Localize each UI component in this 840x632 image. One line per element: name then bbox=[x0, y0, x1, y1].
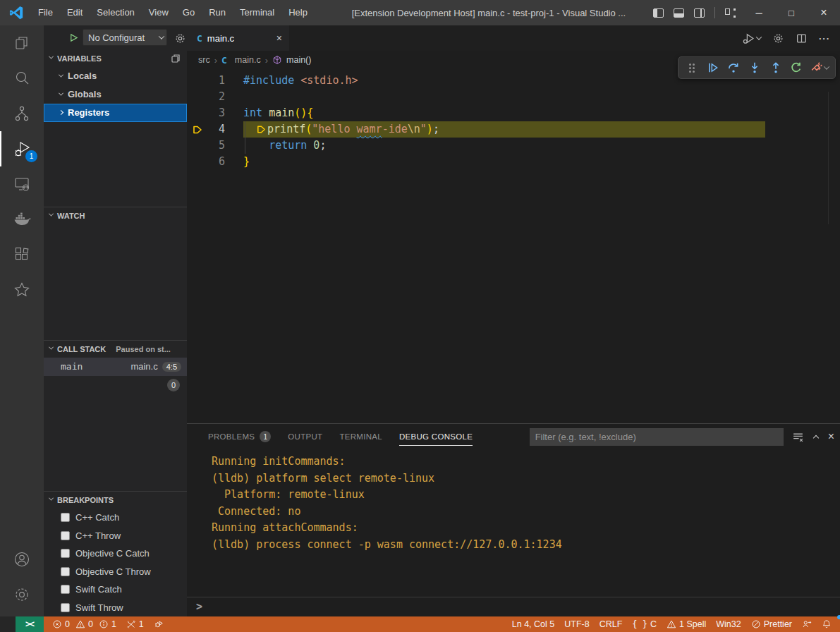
close-button[interactable]: × bbox=[808, 0, 840, 25]
run-or-debug-button[interactable] bbox=[743, 32, 761, 44]
checkbox[interactable] bbox=[61, 531, 70, 540]
spell-status[interactable]: 1 Spell bbox=[662, 616, 711, 632]
breadcrumb-folder[interactable]: src bbox=[198, 55, 210, 65]
stack-frame-row[interactable]: main main.c 4:5 bbox=[44, 358, 187, 376]
step-out-button[interactable] bbox=[767, 59, 785, 77]
disconnect-button[interactable] bbox=[808, 59, 831, 77]
toolbar-drag-handle[interactable] bbox=[683, 59, 701, 77]
tab-problems[interactable]: PROBLEMS 1 bbox=[208, 424, 271, 449]
cursor-position[interactable]: Ln 4, Col 5 bbox=[507, 616, 559, 632]
console-filter-input[interactable] bbox=[530, 428, 784, 446]
checkbox[interactable] bbox=[61, 567, 70, 576]
breadcrumb-symbol[interactable]: main() bbox=[286, 55, 311, 65]
account-button[interactable] bbox=[0, 542, 44, 577]
tab-output[interactable]: OUTPUT bbox=[288, 424, 322, 449]
menu-edit[interactable]: Edit bbox=[60, 0, 90, 25]
restart-button[interactable] bbox=[788, 59, 806, 77]
debug-console-input[interactable]: > bbox=[187, 597, 840, 615]
tools-status[interactable]: 1 bbox=[121, 616, 149, 632]
breakpoint-swift-catch[interactable]: Swift Catch bbox=[44, 581, 187, 599]
close-panel-icon[interactable]: × bbox=[828, 430, 834, 443]
sidebar-item-source-control[interactable] bbox=[0, 96, 44, 131]
continue-button[interactable] bbox=[704, 59, 722, 77]
debug-config-label: No Configurat bbox=[88, 32, 159, 43]
sidebar-item-search[interactable] bbox=[0, 61, 44, 96]
copy-icon[interactable] bbox=[170, 53, 181, 64]
settings-button[interactable] bbox=[0, 577, 44, 612]
step-over-button[interactable] bbox=[724, 59, 743, 77]
language-mode[interactable]: { } C bbox=[627, 616, 662, 632]
maximize-button[interactable]: □ bbox=[775, 0, 808, 25]
c-file-icon: C bbox=[197, 33, 202, 44]
start-debug-icon[interactable] bbox=[69, 33, 78, 42]
sidebar-item-extensions[interactable] bbox=[0, 237, 44, 272]
customize-layout-icon[interactable] bbox=[725, 8, 736, 18]
variables-item-registers[interactable]: Registers bbox=[44, 104, 187, 122]
tab-terminal[interactable]: TERMINAL bbox=[339, 424, 382, 449]
console-line: Connected: no bbox=[212, 504, 840, 521]
frame-file: main.c bbox=[130, 361, 157, 372]
gear-icon[interactable] bbox=[772, 32, 784, 44]
toggle-sidebar-icon[interactable] bbox=[653, 8, 664, 18]
clear-console-icon[interactable] bbox=[792, 431, 804, 443]
close-icon[interactable]: × bbox=[276, 32, 282, 44]
configure-gear-icon[interactable] bbox=[174, 32, 186, 44]
toggle-panel-icon[interactable] bbox=[674, 8, 684, 18]
sidebar-item-favorites[interactable] bbox=[0, 272, 44, 308]
variables-title: VARIABLES bbox=[57, 54, 102, 63]
watch-header[interactable]: WATCH bbox=[44, 207, 187, 224]
editor-scrollbar[interactable] bbox=[828, 92, 829, 224]
debug-config-dropdown[interactable]: No Configurat bbox=[83, 29, 167, 46]
toggle-secondary-sidebar-icon[interactable] bbox=[694, 8, 705, 18]
feedback-button[interactable] bbox=[797, 616, 817, 632]
breakpoint-swift-throw[interactable]: Swift Throw bbox=[44, 598, 187, 616]
tab-debug-console[interactable]: DEBUG CONSOLE bbox=[399, 424, 473, 449]
platform-status[interactable]: Win32 bbox=[711, 616, 745, 632]
checkbox[interactable] bbox=[61, 603, 70, 612]
checkbox[interactable] bbox=[61, 549, 70, 558]
checkbox[interactable] bbox=[61, 513, 70, 522]
variables-header[interactable]: VARIABLES bbox=[44, 50, 187, 67]
maximize-panel-icon[interactable] bbox=[812, 435, 818, 440]
breakpoint-objc-throw[interactable]: Objective C Throw bbox=[44, 562, 187, 581]
step-into-button[interactable] bbox=[745, 59, 764, 77]
formatter-status[interactable]: Prettier bbox=[746, 616, 797, 632]
menu-go[interactable]: Go bbox=[176, 0, 202, 25]
encoding-status[interactable]: UTF-8 bbox=[559, 616, 594, 632]
sidebar-item-remote-explorer[interactable] bbox=[0, 166, 44, 202]
breakpoint-objc-catch[interactable]: Objective C Catch bbox=[44, 545, 187, 563]
breadcrumb-file[interactable]: main.c bbox=[235, 55, 261, 65]
more-actions-icon[interactable]: ··· bbox=[819, 33, 830, 44]
remote-indicator[interactable]: >< bbox=[16, 616, 44, 632]
menu-view[interactable]: View bbox=[142, 0, 176, 25]
menu-terminal[interactable]: Terminal bbox=[233, 0, 281, 25]
menu-help[interactable]: Help bbox=[281, 0, 315, 25]
tab-main-c[interactable]: C main.c × bbox=[187, 25, 289, 51]
menu-file[interactable]: File bbox=[31, 0, 60, 25]
breakpoints-header[interactable]: BREAKPOINTS bbox=[44, 492, 187, 509]
call-stack-header[interactable]: CALL STACK Paused on st... bbox=[44, 341, 187, 358]
sidebar-item-explorer[interactable] bbox=[0, 25, 44, 61]
code-editor[interactable]: 1 #include <stdio.h> 2 3 int main(){ 4 p… bbox=[187, 69, 840, 423]
chevron-down-icon bbox=[49, 345, 54, 350]
notifications-button[interactable] bbox=[817, 616, 840, 632]
debug-status[interactable] bbox=[149, 616, 169, 632]
breakpoint-label: Objective C Catch bbox=[75, 548, 150, 559]
problems-status[interactable]: 0 0 1 bbox=[44, 616, 121, 632]
sidebar-item-docker[interactable] bbox=[0, 202, 44, 237]
menu-run[interactable]: Run bbox=[202, 0, 233, 25]
breakpoint-cpp-throw[interactable]: C++ Throw bbox=[44, 526, 187, 545]
sidebar-item-run-debug[interactable]: 1 bbox=[0, 131, 44, 166]
console-line: Platform: remote-linux bbox=[212, 487, 840, 504]
breakpoint-cpp-catch[interactable]: C++ Catch bbox=[44, 509, 187, 527]
menu-selection[interactable]: Selection bbox=[90, 0, 141, 25]
minimize-button[interactable]: ─ bbox=[743, 0, 775, 25]
spell-label: 1 Spell bbox=[679, 619, 706, 629]
chevron-down-icon bbox=[756, 34, 762, 40]
split-editor-icon[interactable] bbox=[796, 32, 808, 44]
session-row[interactable]: 0 bbox=[44, 376, 187, 394]
checkbox[interactable] bbox=[61, 585, 70, 594]
variables-item-globals[interactable]: Globals bbox=[44, 85, 187, 104]
variables-item-locals[interactable]: Locals bbox=[44, 67, 187, 85]
eol-status[interactable]: CRLF bbox=[595, 616, 628, 632]
